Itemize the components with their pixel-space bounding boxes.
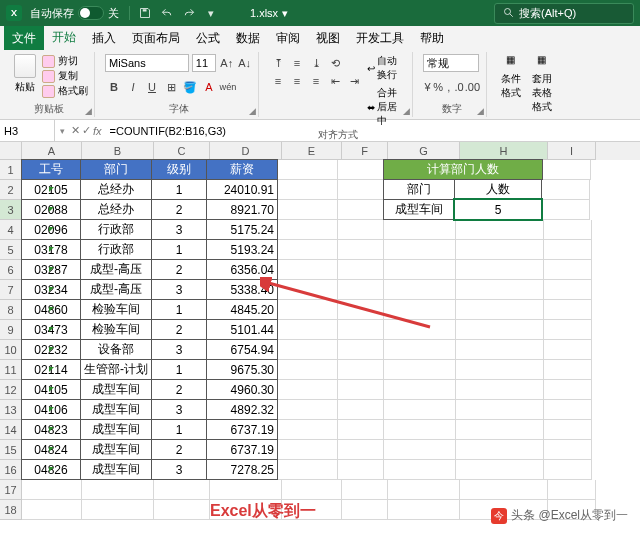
currency-icon[interactable]: ¥ bbox=[423, 78, 432, 96]
underline-button[interactable]: U bbox=[143, 78, 161, 96]
row-header-8[interactable]: 8 bbox=[0, 300, 22, 320]
cell[interactable]: 03287 bbox=[21, 259, 81, 280]
cell[interactable] bbox=[384, 380, 456, 400]
decrease-font-icon[interactable]: A↓ bbox=[237, 54, 252, 72]
cell[interactable] bbox=[384, 220, 456, 240]
indent-decrease-icon[interactable]: ⇤ bbox=[326, 72, 344, 90]
cell[interactable] bbox=[282, 480, 342, 500]
cell[interactable]: 6737.19 bbox=[206, 419, 278, 440]
font-color-button[interactable]: A bbox=[200, 78, 218, 96]
cell[interactable] bbox=[456, 440, 544, 460]
cell[interactable] bbox=[384, 420, 456, 440]
cell[interactable] bbox=[338, 260, 384, 280]
cell[interactable]: 6737.19 bbox=[206, 439, 278, 460]
row-header-1[interactable]: 1 bbox=[0, 160, 22, 180]
row-header-9[interactable]: 9 bbox=[0, 320, 22, 340]
font-name-select[interactable]: MiSans bbox=[105, 54, 189, 72]
accept-formula-icon[interactable]: ✓ bbox=[82, 124, 91, 137]
menu-home[interactable]: 开始 bbox=[44, 25, 84, 52]
cell[interactable] bbox=[544, 420, 592, 440]
cell[interactable]: 生管部-计划 bbox=[80, 359, 152, 380]
cell[interactable] bbox=[384, 320, 456, 340]
col-header-D[interactable]: D bbox=[210, 142, 282, 160]
cell[interactable] bbox=[338, 440, 384, 460]
phonetic-button[interactable]: wén bbox=[219, 78, 237, 96]
cut-button[interactable]: 剪切 bbox=[42, 54, 88, 68]
cell[interactable] bbox=[544, 360, 592, 380]
cell[interactable] bbox=[456, 220, 544, 240]
cell[interactable] bbox=[338, 360, 384, 380]
cell[interactable] bbox=[384, 300, 456, 320]
cell[interactable]: 2 bbox=[151, 439, 207, 460]
dialog-launcher-icon[interactable]: ◢ bbox=[403, 106, 410, 116]
cell[interactable] bbox=[384, 440, 456, 460]
cell[interactable] bbox=[278, 340, 338, 360]
cell[interactable]: 04106 bbox=[21, 399, 81, 420]
save-icon[interactable] bbox=[138, 6, 152, 20]
cell[interactable]: 2 bbox=[151, 379, 207, 400]
cell[interactable]: 成型车间 bbox=[80, 379, 152, 400]
cell[interactable] bbox=[456, 460, 544, 480]
cell[interactable] bbox=[278, 180, 338, 200]
increase-decimal-icon[interactable]: .0 bbox=[454, 78, 463, 96]
cell[interactable] bbox=[338, 300, 384, 320]
cell[interactable]: 2 bbox=[151, 259, 207, 280]
row-header-11[interactable]: 11 bbox=[0, 360, 22, 380]
menu-view[interactable]: 视图 bbox=[308, 26, 348, 51]
cell[interactable] bbox=[544, 300, 592, 320]
cell[interactable] bbox=[338, 400, 384, 420]
fx-icon[interactable]: fx bbox=[93, 125, 102, 137]
cell[interactable] bbox=[338, 180, 384, 200]
cell[interactable] bbox=[544, 340, 592, 360]
row-header-6[interactable]: 6 bbox=[0, 260, 22, 280]
menu-review[interactable]: 审阅 bbox=[268, 26, 308, 51]
cell[interactable] bbox=[384, 400, 456, 420]
namebox-dropdown-icon[interactable]: ▾ bbox=[55, 120, 69, 141]
redo-icon[interactable] bbox=[182, 6, 196, 20]
cell[interactable]: 1 bbox=[151, 359, 207, 380]
cell[interactable] bbox=[342, 480, 388, 500]
menu-insert[interactable]: 插入 bbox=[84, 26, 124, 51]
cell[interactable]: 6356.04 bbox=[206, 259, 278, 280]
cell[interactable]: 2 bbox=[151, 319, 207, 340]
cell[interactable] bbox=[278, 160, 338, 180]
cell[interactable]: 2 bbox=[151, 199, 207, 220]
cell[interactable] bbox=[82, 480, 154, 500]
cell[interactable]: 设备部 bbox=[80, 339, 152, 360]
cell[interactable] bbox=[456, 340, 544, 360]
cell[interactable]: 04826 bbox=[21, 459, 81, 480]
cell[interactable] bbox=[338, 340, 384, 360]
row-header-17[interactable]: 17 bbox=[0, 480, 22, 500]
cell[interactable] bbox=[278, 240, 338, 260]
paste-button[interactable]: 粘贴 bbox=[10, 54, 40, 98]
menu-developer[interactable]: 开发工具 bbox=[348, 26, 412, 51]
cell[interactable]: 24010.91 bbox=[206, 179, 278, 200]
cell[interactable]: 3 bbox=[151, 279, 207, 300]
cell[interactable] bbox=[338, 460, 384, 480]
cell[interactable]: 5101.44 bbox=[206, 319, 278, 340]
dialog-launcher-icon[interactable]: ◢ bbox=[249, 106, 256, 116]
col-header-C[interactable]: C bbox=[154, 142, 210, 160]
cell[interactable] bbox=[544, 220, 592, 240]
cell[interactable] bbox=[456, 380, 544, 400]
col-header-E[interactable]: E bbox=[282, 142, 342, 160]
percent-icon[interactable]: % bbox=[433, 78, 443, 96]
cell[interactable]: 5338.40 bbox=[206, 279, 278, 300]
cell[interactable] bbox=[82, 500, 154, 520]
wrap-text-button[interactable]: ↩自动换行 bbox=[367, 54, 406, 82]
cell[interactable] bbox=[456, 240, 544, 260]
col-header-B[interactable]: B bbox=[82, 142, 154, 160]
increase-font-icon[interactable]: A↑ bbox=[219, 54, 234, 72]
cell[interactable] bbox=[384, 460, 456, 480]
comma-icon[interactable]: , bbox=[444, 78, 453, 96]
col-header-A[interactable]: A bbox=[22, 142, 82, 160]
cell[interactable]: 02114 bbox=[21, 359, 81, 380]
cell[interactable] bbox=[338, 220, 384, 240]
col-header-F[interactable]: F bbox=[342, 142, 388, 160]
menu-layout[interactable]: 页面布局 bbox=[124, 26, 188, 51]
cell[interactable] bbox=[384, 340, 456, 360]
cell[interactable] bbox=[278, 260, 338, 280]
cell[interactable] bbox=[210, 480, 282, 500]
cell[interactable] bbox=[338, 240, 384, 260]
row-header-5[interactable]: 5 bbox=[0, 240, 22, 260]
